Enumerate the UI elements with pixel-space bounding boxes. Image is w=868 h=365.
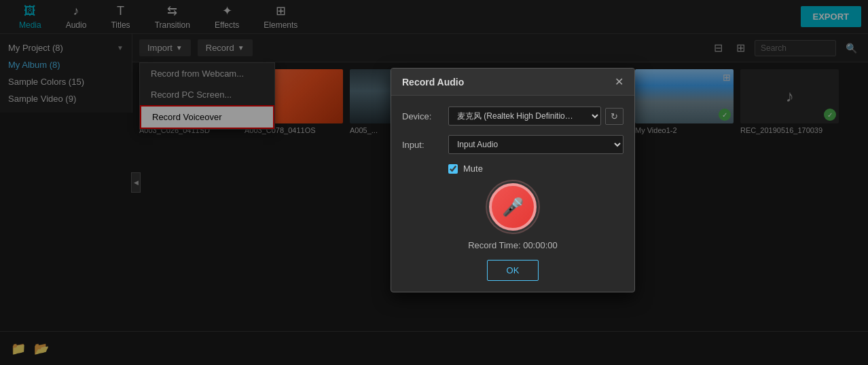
toolbar-right: ⊟ ⊞ 🔍 <box>710 39 861 56</box>
toolbar-titles-label: Titles <box>111 20 130 30</box>
media-thumbnail: ♪ ✓ <box>740 69 839 123</box>
device-label: Device: <box>402 111 443 121</box>
input-select-wrap: Input AudioMicrophone <box>448 135 623 154</box>
sidebar-wrap: My Project (8) ▼ My Album (8) Sample Col… <box>0 34 132 331</box>
grid-view-icon-button[interactable]: ⊞ <box>732 39 749 56</box>
add-icon: 📂 <box>34 342 49 356</box>
sidebar-item-sample-video-label: Sample Video (9) <box>8 94 76 104</box>
toolbar-audio-label: Audio <box>66 20 87 30</box>
elements-icon: ⊞ <box>276 3 286 18</box>
toolbar-transition[interactable]: ⇆ Transition <box>143 0 202 33</box>
record-dropdown-menu: Record from Webcam... Record PC Screen..… <box>139 62 275 130</box>
search-icon-button[interactable]: 🔍 <box>842 41 861 56</box>
sidebar-item-sample-colors-label: Sample Colors (15) <box>8 77 84 87</box>
media-label: REC_20190516_170039 <box>740 126 839 134</box>
sidebar-item-my-album[interactable]: My Album (8) <box>0 56 132 73</box>
toolbar-effects-label: Effects <box>215 20 239 30</box>
search-input[interactable] <box>755 40 836 56</box>
record-screen-item[interactable]: Record PC Screen... <box>140 84 274 105</box>
record-label: Record <box>206 43 234 53</box>
mute-checkbox[interactable] <box>448 164 458 174</box>
record-time: Record Time: 00:00:00 <box>402 240 623 250</box>
sidebar-item-my-album-label: My Album (8) <box>8 60 60 70</box>
toolbar-media-label: Media <box>19 20 41 30</box>
check-overlay: ✓ <box>719 109 731 121</box>
grid-icon: ⊞ <box>723 72 731 83</box>
export-button[interactable]: EXPORT <box>801 6 861 27</box>
sidebar-item-sample-colors[interactable]: Sample Colors (15) <box>0 73 132 90</box>
effects-icon: ✦ <box>222 3 232 18</box>
toolbar-transition-label: Transition <box>155 20 190 30</box>
toolbar-effects[interactable]: ✦ Effects <box>202 0 251 33</box>
toolbar-audio[interactable]: ♪ Audio <box>54 1 99 33</box>
check-overlay: ✓ <box>824 109 836 121</box>
media-label: My Video1-2 <box>635 126 734 134</box>
ok-btn-wrap: OK <box>402 260 623 281</box>
music-note-icon: ♪ <box>786 87 794 106</box>
input-row: Input: Input AudioMicrophone <box>402 135 623 154</box>
device-row: Device: 麦克风 (Realtek High Definitio… ↻ <box>402 107 623 126</box>
media-thumbnail: ✓ ⊞ <box>635 69 734 123</box>
record-button[interactable]: Record ▼ <box>198 39 253 56</box>
device-select-wrap: 麦克风 (Realtek High Definitio… ↻ <box>448 107 623 126</box>
sidebar-collapse-button[interactable]: ◀ <box>131 172 141 193</box>
record-mic-button[interactable]: 🎤 <box>489 183 537 231</box>
input-select[interactable]: Input AudioMicrophone <box>448 135 623 154</box>
toolbar-media[interactable]: 🖼 Media <box>7 1 54 33</box>
toolbar-elements-label: Elements <box>264 20 297 30</box>
toolbar-titles[interactable]: T Titles <box>98 1 142 33</box>
bottom-bar: 📁 📂 <box>0 331 868 365</box>
chevron-down-icon: ▼ <box>117 44 124 52</box>
top-toolbar: 🖼 Media ♪ Audio T Titles ⇆ Transition ✦ … <box>0 0 868 34</box>
record-audio-dialog[interactable]: Record Audio ✕ Device: 麦克风 (Realtek High… <box>391 68 635 292</box>
dialog-title: Record Audio <box>402 77 464 88</box>
record-dropdown-arrow: ▼ <box>238 44 245 52</box>
add-button[interactable]: 📂 <box>34 341 49 356</box>
record-webcam-item[interactable]: Record from Webcam... <box>140 63 274 84</box>
folder-icon: 📁 <box>11 342 26 356</box>
transition-icon: ⇆ <box>167 3 177 18</box>
sidebar-item-my-project[interactable]: My Project (8) ▼ <box>0 39 132 56</box>
refresh-device-button[interactable]: ↻ <box>605 108 623 125</box>
sidebar-item-sample-video[interactable]: Sample Video (9) <box>0 90 132 107</box>
record-voiceover-item[interactable]: Record Voiceover <box>140 105 274 129</box>
audio-icon: ♪ <box>73 4 79 18</box>
sidebar: My Project (8) ▼ My Album (8) Sample Col… <box>0 34 132 113</box>
media-icon: 🖼 <box>24 4 36 18</box>
input-label: Input: <box>402 140 443 150</box>
record-btn-wrap: 🎤 <box>402 183 623 231</box>
mute-label: Mute <box>463 164 483 174</box>
import-label: Import <box>147 43 173 53</box>
import-button[interactable]: Import ▼ <box>139 39 191 56</box>
microphone-icon: 🎤 <box>502 197 524 218</box>
new-folder-button[interactable]: 📁 <box>11 341 26 356</box>
action-bar: Import ▼ Record ▼ Record from Webcam... … <box>132 34 868 62</box>
titles-icon: T <box>117 4 124 18</box>
dialog-body: Device: 麦克风 (Realtek High Definitio… ↻ I… <box>391 96 634 292</box>
ok-button[interactable]: OK <box>487 260 539 281</box>
toolbar-elements[interactable]: ⊞ Elements <box>251 0 310 33</box>
device-select[interactable]: 麦克风 (Realtek High Definitio… <box>448 107 601 126</box>
dialog-header: Record Audio ✕ <box>391 69 634 96</box>
list-item[interactable]: ✓ ⊞ My Video1-2 <box>635 69 734 134</box>
filter-icon-button[interactable]: ⊟ <box>710 39 727 56</box>
mute-row: Mute <box>448 164 623 174</box>
list-item[interactable]: ♪ ✓ REC_20190516_170039 <box>740 69 839 134</box>
sidebar-item-my-project-label: My Project (8) <box>8 43 63 53</box>
import-dropdown-arrow: ▼ <box>176 44 183 52</box>
dialog-close-button[interactable]: ✕ <box>615 75 623 88</box>
